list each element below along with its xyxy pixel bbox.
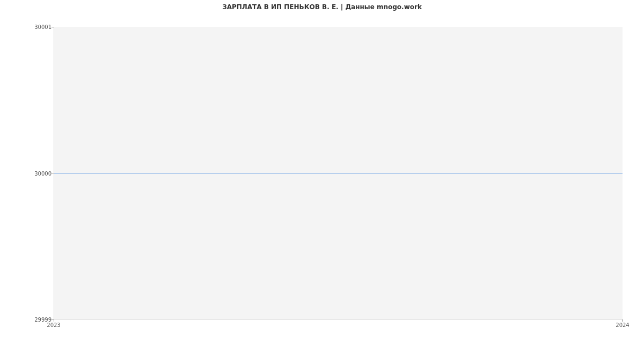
y-tick-label: 30001 (3, 24, 52, 30)
data-line (54, 173, 623, 173)
x-tick-mark (54, 319, 54, 322)
salary-chart: ЗАРПЛАТА В ИП ПЕНЬКОВ В. Е. | Данные mno… (0, 0, 644, 349)
y-tick-label: 30000 (3, 170, 52, 176)
plot-area (54, 27, 623, 319)
chart-title: ЗАРПЛАТА В ИП ПЕНЬКОВ В. Е. | Данные mno… (0, 3, 644, 11)
x-tick-label: 2023 (47, 322, 60, 328)
x-tick-label: 2024 (616, 322, 629, 328)
x-tick-mark (622, 319, 623, 322)
y-tick-label: 29999 (3, 317, 52, 323)
